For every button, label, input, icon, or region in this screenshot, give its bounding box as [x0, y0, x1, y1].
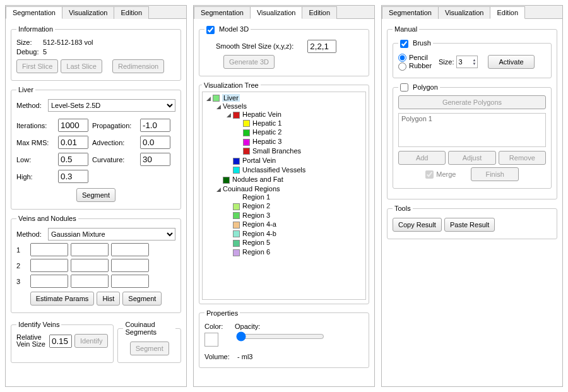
merge-label: Merge	[436, 170, 456, 178]
tree-item-hepatic-3[interactable]: Hepatic 3	[252, 138, 281, 145]
tree-item-region-1[interactable]: Region 1	[242, 193, 270, 201]
tab-visualization[interactable]: Visualization	[62, 6, 115, 19]
input-iterations[interactable]	[58, 119, 88, 132]
pencil-radio[interactable]	[398, 54, 406, 62]
polygon-finish-button[interactable]: Finish	[471, 167, 518, 181]
model3d-checkbox[interactable]	[206, 26, 215, 34]
activate-button[interactable]: Activate	[488, 55, 534, 69]
vn-3b[interactable]	[71, 275, 109, 288]
tree-item-region-4a[interactable]: Region 4-a	[242, 220, 276, 228]
tab-visualization-3[interactable]: Visualization	[438, 6, 491, 19]
vn-1a[interactable]	[30, 243, 68, 256]
polygon-item-1[interactable]: Polygon 1	[401, 115, 543, 122]
tab-edition[interactable]: Edition	[114, 6, 149, 19]
identify-button[interactable]: Identify	[74, 334, 108, 348]
toggle-icon[interactable]: ◢	[215, 104, 222, 110]
vn-3c[interactable]	[111, 275, 149, 288]
tree-item-region-5[interactable]: Region 5	[242, 239, 270, 246]
vn-3a[interactable]	[30, 275, 68, 288]
vn-2b[interactable]	[71, 259, 109, 272]
hist-button[interactable]: Hist	[97, 292, 120, 306]
toggle-icon[interactable]: ◢	[215, 186, 222, 193]
tab-segmentation-3[interactable]: Segmentation	[382, 6, 439, 19]
tab-edition-3[interactable]: Edition	[490, 6, 525, 19]
tree-item-region-4b[interactable]: Region 4-b	[242, 230, 276, 237]
polygon-adjust-button[interactable]: Adjust	[448, 151, 495, 165]
tree-item-hepatic-1[interactable]: Hepatic 1	[252, 119, 281, 127]
toggle-icon[interactable]: ◢	[225, 112, 232, 118]
tree-item-region-2[interactable]: Region 2	[242, 202, 270, 210]
swatch-sb	[243, 148, 250, 155]
last-slice-button[interactable]: Last Slice	[61, 59, 102, 73]
tree-item-vessels[interactable]: Vessels	[223, 102, 247, 110]
tab-segmentation[interactable]: Segmentation	[6, 6, 62, 19]
polygon-checkbox[interactable]	[400, 83, 408, 92]
legend-manual: Manual	[393, 25, 419, 33]
input-high[interactable]	[58, 170, 88, 183]
polygon-listbox[interactable]: Polygon 1	[398, 113, 546, 147]
label-opacity: Opacity:	[235, 323, 364, 330]
vn-method-select[interactable]: Gaussian Mixture	[48, 228, 175, 241]
chevron-down-icon[interactable]: ▼	[473, 62, 476, 66]
visualization-tree[interactable]: ◢Liver ◢Vessels ◢Hepatic Vein -Hepatic 1…	[202, 92, 366, 300]
rubber-radio[interactable]	[398, 62, 406, 71]
generate-3d-button[interactable]: Generate 3D	[223, 55, 275, 69]
redimension-button[interactable]: Redimension	[112, 59, 164, 73]
tree-item-region-6[interactable]: Region 6	[242, 248, 270, 256]
merge-checkbox[interactable]	[425, 170, 434, 179]
label-relative-vein-size: Relative Vein Size	[16, 334, 47, 348]
group-brush: Brush Pencil Rubber Size: 3▲▼ Activate	[393, 39, 552, 78]
label-liver-method: Method:	[16, 102, 45, 109]
brush-checkbox[interactable]	[400, 40, 408, 48]
tree-item-couinaud[interactable]: Couinaud Regions	[223, 185, 280, 193]
toggle-icon[interactable]: ◢	[205, 95, 211, 102]
polygon-add-button[interactable]: Add	[398, 151, 446, 165]
group-liver: Liver Method: Level-Sets 2.5D Iterations…	[11, 86, 181, 210]
brush-size-spin[interactable]: 3▲▼	[456, 56, 478, 68]
input-propagation[interactable]	[140, 119, 170, 132]
color-box[interactable]	[204, 333, 218, 347]
tree-item-region-3[interactable]: Region 3	[242, 211, 270, 219]
liver-segment-button[interactable]: Segment	[76, 188, 115, 202]
tree-item-unclassified[interactable]: Unclassified Vessels	[242, 166, 305, 174]
input-smooth-strel[interactable]	[307, 40, 336, 53]
legend-properties: Properties	[204, 309, 240, 317]
label-advection: Advection:	[92, 139, 136, 146]
tab-segmentation-2[interactable]: Segmentation	[194, 6, 251, 19]
first-slice-button[interactable]: First Slice	[16, 59, 58, 73]
tree-item-hepatic-2[interactable]: Hepatic 2	[252, 128, 281, 136]
label-low: Low:	[16, 156, 54, 163]
vn-1c[interactable]	[111, 243, 149, 256]
swatch-uv	[233, 167, 240, 174]
input-maxrms[interactable]	[58, 136, 88, 149]
input-curvature[interactable]	[140, 153, 170, 166]
label-color: Color:	[204, 323, 232, 330]
estimate-params-button[interactable]: Estimate Params	[30, 292, 95, 306]
liver-method-select[interactable]: Level-Sets 2.5D	[48, 99, 175, 112]
copy-result-button[interactable]: Copy Result	[393, 218, 442, 232]
couinaud-segment-button[interactable]: Segment	[130, 342, 169, 355]
tree-item-hepatic-vein[interactable]: Hepatic Vein	[242, 110, 281, 118]
input-relative-vein-size[interactable]	[49, 335, 72, 348]
polygon-remove-button[interactable]: Remove	[499, 151, 546, 165]
tab-edition-2[interactable]: Edition	[302, 6, 337, 19]
group-tools: Tools Copy Result Paste Result	[387, 205, 557, 239]
swatch-hv	[233, 112, 240, 119]
opacity-slider[interactable]	[236, 331, 324, 342]
tree-item-small-branches[interactable]: Small Branches	[252, 147, 301, 155]
vn-1b[interactable]	[71, 243, 109, 256]
input-low[interactable]	[58, 153, 88, 166]
vn-2a[interactable]	[30, 259, 68, 272]
legend-liver: Liver	[16, 86, 35, 93]
vn-segment-button[interactable]: Segment	[122, 292, 162, 306]
tree-item-liver[interactable]: Liver	[222, 94, 240, 102]
input-advection[interactable]	[140, 136, 170, 149]
tree-item-nodules-fat[interactable]: Nodules and Fat	[232, 175, 283, 183]
generate-polygons-button[interactable]: Generate Polygons	[398, 95, 546, 109]
tab-visualization-2[interactable]: Visualization	[250, 6, 303, 19]
tree-item-portal-vein[interactable]: Portal Vein	[242, 157, 276, 164]
panel-edition: Segmentation Visualization Edition Manua…	[381, 5, 563, 387]
legend-tools: Tools	[393, 205, 413, 212]
vn-2c[interactable]	[111, 259, 149, 272]
paste-result-button[interactable]: Paste Result	[444, 218, 495, 232]
